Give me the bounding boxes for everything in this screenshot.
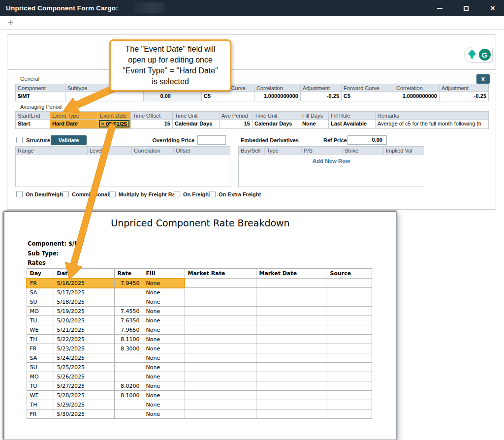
cell-forward-adjustment[interactable]: -0.25 bbox=[439, 92, 489, 101]
flag-multiply-by-freight-rate[interactable]: Multiply by Freight Rate bbox=[109, 191, 180, 197]
overriding-price-input[interactable] bbox=[197, 135, 226, 145]
rates-label: Rates bbox=[28, 259, 46, 266]
cell-ave-period[interactable]: 15 bbox=[219, 120, 252, 129]
cell-date: 5/30/2025 bbox=[54, 409, 114, 419]
cell-fill: None bbox=[143, 288, 185, 297]
averaging-section-label: Averaging Period bbox=[20, 104, 62, 110]
cell-fill: None bbox=[143, 316, 185, 325]
rate-row: MO5/26/2025None bbox=[27, 372, 372, 381]
add-tab-button[interactable]: + bbox=[8, 17, 14, 29]
grammarly-widget[interactable]: G bbox=[464, 47, 493, 63]
cell-fill: None bbox=[143, 381, 185, 391]
cell-date: 5/29/2025 bbox=[54, 400, 114, 409]
cell-date: 5/16/2025 bbox=[54, 279, 114, 288]
flag-commissionable[interactable]: Commissionable bbox=[63, 191, 115, 197]
cell-fill: None bbox=[143, 297, 185, 307]
top-info-box: G bbox=[7, 34, 496, 70]
cell-event-type[interactable]: Hard Date bbox=[50, 120, 97, 129]
cell-date: 5/25/2025 bbox=[54, 363, 114, 372]
cell-date: 5/27/2025 bbox=[54, 381, 114, 391]
cell-component[interactable]: $/MT bbox=[15, 92, 65, 101]
redacted-title-text bbox=[133, 2, 165, 13]
component-value: $/MT bbox=[68, 240, 84, 247]
cell-market-rate bbox=[185, 353, 256, 363]
cell-source bbox=[327, 316, 372, 325]
on-extra-freight-checkbox[interactable] bbox=[209, 191, 216, 197]
on-freight-checkbox[interactable] bbox=[174, 191, 180, 197]
window-controls: × bbox=[435, 0, 497, 16]
validate-button[interactable]: Validate bbox=[51, 135, 87, 145]
cell-day: FR bbox=[27, 279, 54, 288]
cell-fill: None bbox=[143, 325, 185, 335]
multiply-by-freight-rate-checkbox[interactable] bbox=[109, 191, 116, 197]
cell-day: MO bbox=[27, 372, 54, 381]
cell-start-end[interactable]: Start bbox=[15, 120, 50, 129]
column-header: Start/End bbox=[15, 111, 50, 120]
cell-market-rate bbox=[185, 297, 256, 307]
cell-time-unit[interactable]: Calendar Days bbox=[172, 120, 219, 129]
rates-column-header: Market Rate bbox=[185, 269, 256, 279]
cell-source bbox=[327, 400, 372, 409]
cell-forward-curve[interactable]: C5 bbox=[341, 92, 394, 101]
cell-rate: 7.9650 bbox=[114, 325, 143, 335]
cell-fill-rule[interactable]: Last Available bbox=[328, 120, 375, 129]
cell-qty-unit[interactable] bbox=[173, 92, 201, 101]
cell-rate bbox=[114, 372, 143, 381]
cell-time-offset[interactable]: 15 bbox=[130, 120, 172, 129]
close-button[interactable]: × bbox=[488, 4, 497, 13]
cell-correlation[interactable]: 1.0000000000 bbox=[254, 92, 300, 101]
overriding-price-label: Overriding Price bbox=[145, 137, 194, 143]
rate-row: FR5/30/2025None bbox=[27, 409, 372, 419]
column-header: Fill Days bbox=[300, 111, 328, 120]
ref-price-label: Ref Price bbox=[323, 137, 347, 143]
cell-rate: 8.1100 bbox=[114, 335, 143, 344]
cell-market-date bbox=[256, 335, 327, 344]
cell-market-rate bbox=[185, 344, 256, 353]
application-window: Unpriced Component Form Cargo: × + G X G… bbox=[0, 0, 504, 440]
range-header-row: RangeLevelCorrelationOffset bbox=[15, 146, 230, 155]
ref-price-input[interactable]: 0.00 bbox=[347, 135, 387, 145]
column-header: Time Offset bbox=[130, 111, 172, 120]
cell-rate bbox=[114, 363, 143, 372]
cell-ave-time-unit[interactable]: Calendar Days bbox=[252, 120, 300, 129]
event-date-field[interactable]: 05/01/25 bbox=[99, 120, 129, 127]
structure-checkbox[interactable] bbox=[16, 137, 23, 143]
flag-on-freight[interactable]: On Freight bbox=[174, 191, 211, 197]
cell-day: WE bbox=[27, 325, 54, 335]
column-header: Level bbox=[87, 146, 131, 155]
window-title: Unpriced Component Form Cargo: bbox=[6, 4, 118, 12]
flag-on-extra-freight[interactable]: On Extra Freight bbox=[209, 191, 261, 197]
cell-settlement-curve[interactable]: C5 bbox=[201, 92, 254, 101]
commissionable-checkbox[interactable] bbox=[63, 191, 69, 197]
cell-event-date[interactable]: 05/01/25 bbox=[97, 120, 130, 129]
cell-market-date bbox=[256, 363, 327, 372]
cell-market-rate bbox=[185, 409, 256, 419]
cell-market-date bbox=[256, 279, 327, 288]
minimize-button[interactable] bbox=[435, 4, 444, 13]
cell-source bbox=[327, 409, 372, 419]
cell-subtype[interactable] bbox=[65, 92, 143, 101]
cell-forward-correlation[interactable]: 1.0000000000 bbox=[394, 92, 439, 101]
cell-day: FR bbox=[27, 344, 54, 353]
cell-day: FR bbox=[27, 409, 54, 419]
cell-fill: None bbox=[143, 391, 185, 400]
cell-remarks[interactable]: Average of c5 for the full month followi… bbox=[375, 120, 489, 129]
cell-adjustment[interactable]: -0.25 bbox=[300, 92, 341, 101]
panel-close-button[interactable]: X bbox=[476, 74, 490, 84]
cell-date: 5/22/2025 bbox=[54, 335, 114, 344]
cell-qty[interactable]: 0.00 bbox=[143, 92, 173, 101]
rates-column-header: Date bbox=[54, 269, 114, 279]
maximize-button[interactable] bbox=[462, 4, 471, 13]
cell-source bbox=[327, 363, 372, 372]
cell-market-rate bbox=[185, 335, 256, 344]
component-label: Component: bbox=[28, 240, 66, 247]
cell-rate: 8.1000 bbox=[114, 391, 143, 400]
on-deadfreight-checkbox[interactable] bbox=[16, 191, 23, 197]
add-new-row-link[interactable]: Add New Row bbox=[239, 158, 424, 164]
cell-rate: 7.4550 bbox=[114, 307, 143, 316]
cell-rate: 8.3000 bbox=[114, 344, 143, 353]
multiply-by-freight-rate-label: Multiply by Freight Rate bbox=[119, 191, 180, 197]
flag-on-deadfreight[interactable]: On Deadfreight bbox=[16, 191, 64, 197]
cell-fill-days[interactable]: None bbox=[300, 120, 328, 129]
column-header: Buy/Sell bbox=[238, 146, 264, 155]
